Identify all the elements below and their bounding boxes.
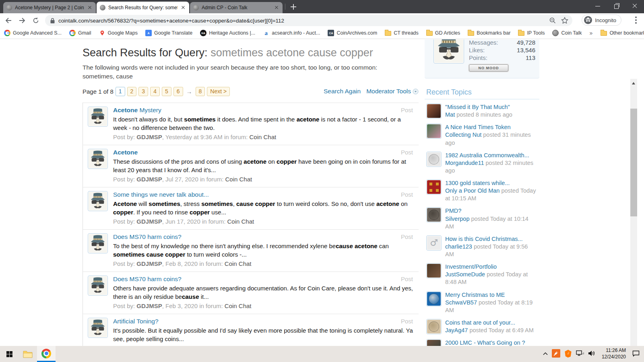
result-title-link[interactable]: Some things we never talk about...: [113, 191, 209, 198]
result-title-link[interactable]: Acetone Mystery: [113, 107, 161, 114]
result-user-avatar[interactable]: [88, 149, 108, 169]
browser-tab[interactable]: Acetone Mystery | Page 2 | Coin T: [3, 2, 96, 13]
topic-title-link[interactable]: Merry Christmas to ME: [445, 291, 538, 299]
topic-username-link[interactable]: SchwaVB57: [445, 299, 477, 306]
bookmark-item[interactable]: Bookmarks bar: [468, 30, 510, 36]
restore-button[interactable]: [607, 0, 625, 12]
search-again-link[interactable]: Search Again: [324, 88, 361, 95]
next-page-button[interactable]: Next >: [207, 87, 230, 96]
browser-menu-icon[interactable]: [635, 16, 637, 24]
bookmark-item[interactable]: Coin Talk: [552, 30, 582, 36]
moderator-tools-link[interactable]: Moderator Tools: [366, 88, 419, 95]
result-user-avatar[interactable]: [88, 276, 108, 296]
back-icon[interactable]: [3, 15, 14, 26]
topic-username-link[interactable]: Mat: [445, 111, 455, 118]
topic-avatar[interactable]: [426, 263, 442, 278]
bookmark-item[interactable]: CT threads: [385, 30, 419, 36]
page-button[interactable]: 4: [150, 87, 160, 96]
topic-title-link[interactable]: 1982 Australia Commonwealth...: [445, 152, 538, 159]
scrollbar-thumb[interactable]: [630, 109, 637, 216]
mood-button[interactable]: NO MOOD: [469, 64, 508, 72]
topic-avatar[interactable]: ♂: [426, 235, 442, 251]
tab-close-icon[interactable]: [274, 5, 279, 10]
profile-avatar[interactable]: [433, 39, 464, 64]
start-button[interactable]: [0, 346, 19, 362]
page-button[interactable]: 6: [173, 87, 183, 96]
other-bookmarks-button[interactable]: Other bookmarks: [601, 30, 644, 36]
topic-title-link[interactable]: PMD?: [445, 207, 538, 215]
topic-title-link[interactable]: 1300 gold staters while...: [445, 179, 538, 187]
topic-avatar[interactable]: [426, 123, 442, 139]
orange-app-tray-icon[interactable]: [552, 349, 560, 359]
topic-title-link[interactable]: Investment/Portfolio: [445, 263, 538, 271]
avast-tray-icon[interactable]: [564, 349, 572, 359]
page-scrollbar[interactable]: [630, 79, 637, 346]
meta-forum-link[interactable]: Coin Chat: [225, 302, 252, 309]
bookmark-item[interactable]: AGoogle Translate: [145, 30, 192, 36]
network-tray-icon[interactable]: [576, 350, 584, 358]
result-title-link[interactable]: Does MS70 harm coins?: [113, 233, 182, 241]
volume-tray-icon[interactable]: [588, 350, 596, 358]
taskbar-clock[interactable]: 11:26 AM 12/24/2020: [599, 348, 628, 360]
result-title-link[interactable]: Acetone: [113, 149, 138, 156]
file-explorer-button[interactable]: [19, 346, 37, 362]
meta-forum-link[interactable]: Coin Chat: [250, 134, 277, 140]
address-bar[interactable]: cointalk.com/search/5676832/?q=sometimes…: [45, 15, 572, 26]
bookmarks-overflow-chevron[interactable]: »: [590, 30, 593, 36]
topic-title-link[interactable]: Coins that are out of your...: [445, 319, 538, 327]
browser-tab[interactable]: Search Results for Query: someti: [97, 2, 189, 13]
result-user-avatar[interactable]: [88, 107, 108, 127]
bookmark-item[interactable]: HAHeritage Auctions |...: [200, 30, 255, 36]
refresh-icon[interactable]: [31, 15, 41, 26]
page-button[interactable]: 2: [127, 87, 137, 96]
topic-avatar[interactable]: [426, 207, 442, 222]
bookmark-item[interactable]: Google Advanced S...: [4, 30, 62, 36]
topic-username-link[interactable]: Collecting Nut: [445, 132, 481, 138]
topic-username-link[interactable]: Morgandude11: [445, 160, 484, 166]
topic-title-link[interactable]: How is this Covid Christmas...: [445, 235, 538, 243]
topic-avatar[interactable]: [426, 179, 442, 195]
result-title-link[interactable]: Artificial Toning?: [113, 318, 159, 325]
meta-forum-link[interactable]: Coin Chat: [225, 260, 252, 267]
hidden-icons-chevron[interactable]: [543, 351, 548, 357]
result-user-avatar[interactable]: [88, 233, 108, 253]
topic-username-link[interactable]: charlie123: [445, 243, 472, 250]
meta-forum-link[interactable]: Coin Chat: [227, 218, 254, 225]
bookmark-star-icon[interactable]: [561, 17, 568, 26]
bookmark-item[interactable]: CACoinArchives.com: [328, 30, 377, 36]
browser-tab[interactable]: Admin CP - Coin Talk: [190, 2, 283, 13]
zoom-indicator-icon[interactable]: [549, 17, 556, 26]
result-user-avatar[interactable]: [88, 318, 108, 338]
topic-username-link[interactable]: Silverpop: [445, 216, 469, 222]
page-button[interactable]: 5: [162, 87, 171, 96]
topic-avatar[interactable]: [426, 319, 442, 334]
bookmark-item[interactable]: GD Articles: [426, 30, 460, 36]
action-center-icon[interactable]: [632, 350, 640, 358]
page-button[interactable]: 3: [138, 87, 148, 96]
bookmark-item[interactable]: IP Tools: [518, 30, 545, 36]
bookmark-item[interactable]: Gmail: [69, 30, 91, 36]
meta-username[interactable]: GDJMSP: [136, 218, 162, 225]
bookmark-item[interactable]: Google Maps: [99, 30, 138, 36]
chrome-taskbar-button[interactable]: [37, 346, 56, 362]
topic-username-link[interactable]: Only a Poor Old Man: [445, 187, 500, 194]
bookmark-item[interactable]: aacsearch.info - Auct...: [263, 30, 320, 36]
topic-username-link[interactable]: JayAg47: [445, 327, 468, 333]
topic-username-link[interactable]: JustSomeDude: [445, 271, 485, 278]
minimize-button[interactable]: [588, 0, 607, 12]
meta-username[interactable]: GDJMSP: [136, 134, 162, 140]
close-button[interactable]: [625, 0, 644, 12]
topic-avatar[interactable]: [426, 103, 442, 119]
meta-username[interactable]: GDJMSP: [136, 176, 162, 183]
meta-forum-link[interactable]: Coin Chat: [225, 176, 252, 183]
page-button-current[interactable]: 1: [116, 87, 125, 96]
meta-username[interactable]: GDJMSP: [136, 302, 162, 309]
topic-title-link[interactable]: 2000 LMC - What's Going on ?: [445, 339, 538, 346]
topic-avatar[interactable]: [426, 339, 442, 346]
result-title-link[interactable]: Does MS70 harm coins?: [113, 276, 182, 283]
topic-avatar[interactable]: [426, 152, 442, 167]
forward-icon[interactable]: [17, 15, 27, 26]
meta-username[interactable]: GDJMSP: [136, 260, 162, 267]
result-user-avatar[interactable]: [88, 191, 108, 211]
topic-avatar[interactable]: [426, 291, 442, 306]
